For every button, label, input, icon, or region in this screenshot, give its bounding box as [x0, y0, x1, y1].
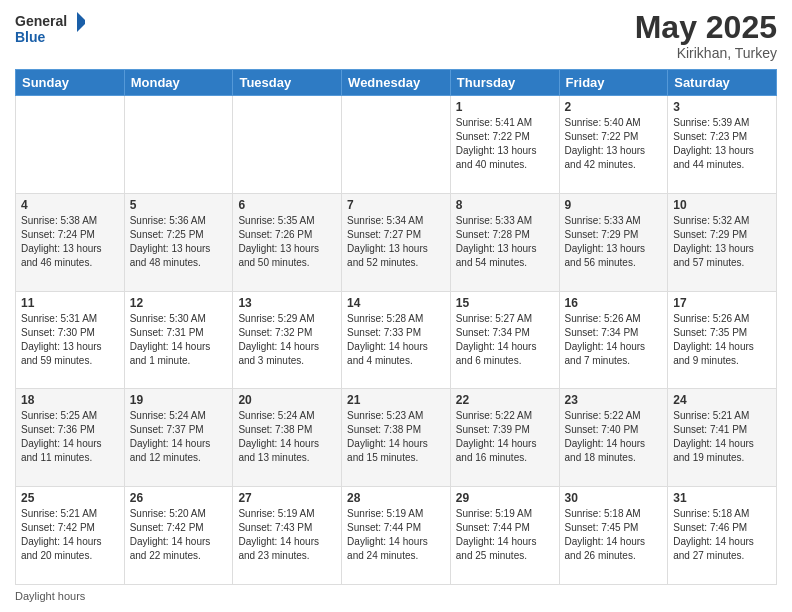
day-number: 30 [565, 491, 663, 505]
day-number: 9 [565, 198, 663, 212]
footer-note: Daylight hours [15, 590, 777, 602]
day-info: Sunrise: 5:38 AM Sunset: 7:24 PM Dayligh… [21, 214, 119, 270]
col-saturday: Saturday [668, 70, 777, 96]
week-row-3: 11Sunrise: 5:31 AM Sunset: 7:30 PM Dayli… [16, 291, 777, 389]
day-info: Sunrise: 5:22 AM Sunset: 7:39 PM Dayligh… [456, 409, 554, 465]
calendar-cell: 15Sunrise: 5:27 AM Sunset: 7:34 PM Dayli… [450, 291, 559, 389]
day-info: Sunrise: 5:21 AM Sunset: 7:42 PM Dayligh… [21, 507, 119, 563]
day-number: 16 [565, 296, 663, 310]
day-number: 2 [565, 100, 663, 114]
calendar-cell: 5Sunrise: 5:36 AM Sunset: 7:25 PM Daylig… [124, 193, 233, 291]
calendar-cell: 27Sunrise: 5:19 AM Sunset: 7:43 PM Dayli… [233, 487, 342, 585]
day-info: Sunrise: 5:20 AM Sunset: 7:42 PM Dayligh… [130, 507, 228, 563]
subtitle: Kirikhan, Turkey [635, 45, 777, 61]
calendar-cell: 18Sunrise: 5:25 AM Sunset: 7:36 PM Dayli… [16, 389, 125, 487]
day-number: 29 [456, 491, 554, 505]
day-info: Sunrise: 5:21 AM Sunset: 7:41 PM Dayligh… [673, 409, 771, 465]
day-number: 21 [347, 393, 445, 407]
svg-marker-2 [77, 12, 85, 32]
day-info: Sunrise: 5:19 AM Sunset: 7:43 PM Dayligh… [238, 507, 336, 563]
col-tuesday: Tuesday [233, 70, 342, 96]
title-block: May 2025 Kirikhan, Turkey [635, 10, 777, 61]
day-info: Sunrise: 5:31 AM Sunset: 7:30 PM Dayligh… [21, 312, 119, 368]
calendar-cell: 29Sunrise: 5:19 AM Sunset: 7:44 PM Dayli… [450, 487, 559, 585]
day-number: 8 [456, 198, 554, 212]
day-info: Sunrise: 5:22 AM Sunset: 7:40 PM Dayligh… [565, 409, 663, 465]
week-row-1: 1Sunrise: 5:41 AM Sunset: 7:22 PM Daylig… [16, 96, 777, 194]
col-sunday: Sunday [16, 70, 125, 96]
calendar-cell: 24Sunrise: 5:21 AM Sunset: 7:41 PM Dayli… [668, 389, 777, 487]
day-info: Sunrise: 5:18 AM Sunset: 7:45 PM Dayligh… [565, 507, 663, 563]
day-info: Sunrise: 5:25 AM Sunset: 7:36 PM Dayligh… [21, 409, 119, 465]
day-info: Sunrise: 5:41 AM Sunset: 7:22 PM Dayligh… [456, 116, 554, 172]
logo-svg: General Blue [15, 10, 85, 52]
day-info: Sunrise: 5:24 AM Sunset: 7:38 PM Dayligh… [238, 409, 336, 465]
day-number: 14 [347, 296, 445, 310]
calendar-cell: 26Sunrise: 5:20 AM Sunset: 7:42 PM Dayli… [124, 487, 233, 585]
day-info: Sunrise: 5:26 AM Sunset: 7:35 PM Dayligh… [673, 312, 771, 368]
col-friday: Friday [559, 70, 668, 96]
calendar-cell: 30Sunrise: 5:18 AM Sunset: 7:45 PM Dayli… [559, 487, 668, 585]
day-number: 28 [347, 491, 445, 505]
calendar-cell: 12Sunrise: 5:30 AM Sunset: 7:31 PM Dayli… [124, 291, 233, 389]
calendar-cell: 7Sunrise: 5:34 AM Sunset: 7:27 PM Daylig… [342, 193, 451, 291]
day-number: 25 [21, 491, 119, 505]
calendar-cell: 31Sunrise: 5:18 AM Sunset: 7:46 PM Dayli… [668, 487, 777, 585]
day-info: Sunrise: 5:19 AM Sunset: 7:44 PM Dayligh… [347, 507, 445, 563]
day-number: 18 [21, 393, 119, 407]
week-row-4: 18Sunrise: 5:25 AM Sunset: 7:36 PM Dayli… [16, 389, 777, 487]
day-number: 17 [673, 296, 771, 310]
day-info: Sunrise: 5:23 AM Sunset: 7:38 PM Dayligh… [347, 409, 445, 465]
calendar-cell: 2Sunrise: 5:40 AM Sunset: 7:22 PM Daylig… [559, 96, 668, 194]
day-number: 3 [673, 100, 771, 114]
day-number: 10 [673, 198, 771, 212]
day-info: Sunrise: 5:28 AM Sunset: 7:33 PM Dayligh… [347, 312, 445, 368]
calendar-cell: 16Sunrise: 5:26 AM Sunset: 7:34 PM Dayli… [559, 291, 668, 389]
calendar-cell: 8Sunrise: 5:33 AM Sunset: 7:28 PM Daylig… [450, 193, 559, 291]
calendar-cell: 10Sunrise: 5:32 AM Sunset: 7:29 PM Dayli… [668, 193, 777, 291]
day-info: Sunrise: 5:40 AM Sunset: 7:22 PM Dayligh… [565, 116, 663, 172]
calendar-cell: 3Sunrise: 5:39 AM Sunset: 7:23 PM Daylig… [668, 96, 777, 194]
day-info: Sunrise: 5:30 AM Sunset: 7:31 PM Dayligh… [130, 312, 228, 368]
day-info: Sunrise: 5:32 AM Sunset: 7:29 PM Dayligh… [673, 214, 771, 270]
calendar-cell: 6Sunrise: 5:35 AM Sunset: 7:26 PM Daylig… [233, 193, 342, 291]
day-number: 4 [21, 198, 119, 212]
calendar-cell: 14Sunrise: 5:28 AM Sunset: 7:33 PM Dayli… [342, 291, 451, 389]
calendar-cell: 20Sunrise: 5:24 AM Sunset: 7:38 PM Dayli… [233, 389, 342, 487]
calendar-cell: 1Sunrise: 5:41 AM Sunset: 7:22 PM Daylig… [450, 96, 559, 194]
day-number: 26 [130, 491, 228, 505]
calendar-cell [16, 96, 125, 194]
day-info: Sunrise: 5:19 AM Sunset: 7:44 PM Dayligh… [456, 507, 554, 563]
day-info: Sunrise: 5:35 AM Sunset: 7:26 PM Dayligh… [238, 214, 336, 270]
day-info: Sunrise: 5:34 AM Sunset: 7:27 PM Dayligh… [347, 214, 445, 270]
calendar-cell: 22Sunrise: 5:22 AM Sunset: 7:39 PM Dayli… [450, 389, 559, 487]
svg-text:Blue: Blue [15, 29, 46, 45]
calendar-cell [124, 96, 233, 194]
day-info: Sunrise: 5:33 AM Sunset: 7:29 PM Dayligh… [565, 214, 663, 270]
calendar-cell [233, 96, 342, 194]
day-info: Sunrise: 5:26 AM Sunset: 7:34 PM Dayligh… [565, 312, 663, 368]
calendar-cell: 19Sunrise: 5:24 AM Sunset: 7:37 PM Dayli… [124, 389, 233, 487]
day-number: 19 [130, 393, 228, 407]
week-row-2: 4Sunrise: 5:38 AM Sunset: 7:24 PM Daylig… [16, 193, 777, 291]
logo: General Blue [15, 10, 85, 52]
header: General Blue May 2025 Kirikhan, Turkey [15, 10, 777, 61]
day-number: 7 [347, 198, 445, 212]
day-number: 22 [456, 393, 554, 407]
day-number: 27 [238, 491, 336, 505]
col-thursday: Thursday [450, 70, 559, 96]
day-number: 23 [565, 393, 663, 407]
calendar-cell: 28Sunrise: 5:19 AM Sunset: 7:44 PM Dayli… [342, 487, 451, 585]
day-number: 24 [673, 393, 771, 407]
day-number: 15 [456, 296, 554, 310]
calendar-cell: 11Sunrise: 5:31 AM Sunset: 7:30 PM Dayli… [16, 291, 125, 389]
day-number: 31 [673, 491, 771, 505]
col-monday: Monday [124, 70, 233, 96]
calendar-cell: 4Sunrise: 5:38 AM Sunset: 7:24 PM Daylig… [16, 193, 125, 291]
calendar-cell: 23Sunrise: 5:22 AM Sunset: 7:40 PM Dayli… [559, 389, 668, 487]
day-info: Sunrise: 5:29 AM Sunset: 7:32 PM Dayligh… [238, 312, 336, 368]
calendar-header-row: Sunday Monday Tuesday Wednesday Thursday… [16, 70, 777, 96]
day-number: 11 [21, 296, 119, 310]
day-info: Sunrise: 5:33 AM Sunset: 7:28 PM Dayligh… [456, 214, 554, 270]
col-wednesday: Wednesday [342, 70, 451, 96]
